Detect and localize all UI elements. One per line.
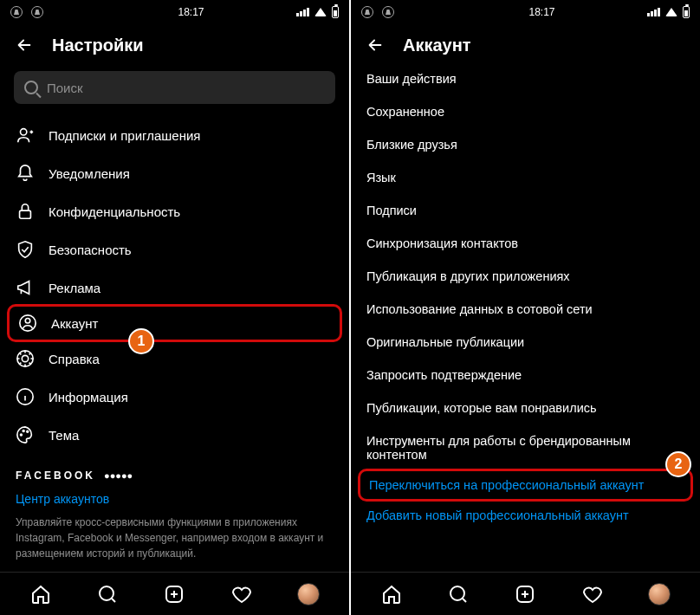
menu-item-security[interactable]: Безопасность xyxy=(0,230,349,269)
viber-icon xyxy=(10,6,23,18)
menu-item-help[interactable]: Справка xyxy=(0,340,349,378)
bottom-nav xyxy=(351,572,700,615)
back-button[interactable] xyxy=(365,35,386,55)
menu-item-your-activity[interactable]: Ваши действия xyxy=(351,62,700,95)
menu-item-cellular-data[interactable]: Использование данных в сотовой сети xyxy=(351,293,700,326)
menu-label: Подписки и приглашения xyxy=(49,128,200,143)
nav-search[interactable] xyxy=(96,583,119,605)
page-title: Настройки xyxy=(52,36,144,55)
info-icon xyxy=(16,387,35,406)
clock: 18:17 xyxy=(178,6,204,18)
menu-item-sharing-apps[interactable]: Публикация в других приложениях xyxy=(351,260,700,293)
settings-screen: 18:17 Настройки Поиск Подписки и приглаш… xyxy=(0,0,349,615)
nav-search[interactable] xyxy=(447,583,470,605)
menu-item-close-friends[interactable]: Близкие друзья xyxy=(351,128,700,161)
svg-rect-1 xyxy=(20,210,31,218)
menu-label: Конфиденциальность xyxy=(49,204,180,219)
menu-item-liked-posts[interactable]: Публикации, которые вам понравились xyxy=(351,392,700,424)
menu-label: Информация xyxy=(49,390,128,405)
nav-profile[interactable] xyxy=(648,583,671,605)
status-bar: 18:17 xyxy=(0,0,349,24)
header: Настройки xyxy=(0,24,349,62)
menu-item-account[interactable]: Аккаунт xyxy=(7,304,342,342)
menu-item-privacy[interactable]: Конфиденциальность xyxy=(0,192,349,230)
back-button[interactable] xyxy=(14,35,35,55)
settings-menu: Подписки и приглашения Уведомления Конфи… xyxy=(0,116,349,572)
menu-item-saved[interactable]: Сохраненное xyxy=(351,95,700,128)
facebook-section: FACEBOOK ●●●●● Центр аккаунтов Управляйт… xyxy=(0,454,349,561)
search-icon xyxy=(24,81,38,94)
facebook-brand: FACEBOOK ●●●●● xyxy=(16,469,334,482)
viber-icon xyxy=(31,6,43,18)
lock-icon xyxy=(16,202,35,221)
menu-item-captions[interactable]: Подписи xyxy=(351,194,700,227)
menu-item-switch-professional[interactable]: Переключиться на профессиональный аккаун… xyxy=(358,469,693,502)
person-plus-icon xyxy=(16,126,35,145)
header: Аккаунт xyxy=(351,24,700,62)
nav-activity[interactable] xyxy=(230,583,253,605)
menu-item-ads[interactable]: Реклама xyxy=(0,269,349,307)
svg-point-9 xyxy=(27,430,29,432)
svg-point-5 xyxy=(22,355,28,361)
nav-home[interactable] xyxy=(29,583,52,605)
nav-home[interactable] xyxy=(380,583,403,605)
avatar xyxy=(297,583,320,605)
nav-profile[interactable] xyxy=(297,583,320,605)
viber-icon xyxy=(382,6,394,18)
accounts-center-desc: Управляйте кросс-сервисными функциями в … xyxy=(16,515,334,561)
menu-label: Реклама xyxy=(49,281,100,295)
page-title: Аккаунт xyxy=(403,36,471,55)
svg-point-3 xyxy=(25,319,30,324)
menu-item-original-posts[interactable]: Оригинальные публикации xyxy=(351,326,700,359)
svg-point-10 xyxy=(100,586,113,600)
help-icon xyxy=(16,349,35,368)
shield-icon xyxy=(16,240,35,259)
search-input[interactable]: Поиск xyxy=(14,71,335,104)
fb-app-icons: ●●●●● xyxy=(104,470,133,481)
signal-icon xyxy=(647,8,660,16)
signal-icon xyxy=(296,8,309,16)
nav-create[interactable] xyxy=(163,583,185,605)
menu-item-follow-invite[interactable]: Подписки и приглашения xyxy=(0,116,349,154)
menu-label: Справка xyxy=(49,352,100,366)
account-menu: Ваши действия Сохраненное Близкие друзья… xyxy=(351,62,700,572)
nav-create[interactable] xyxy=(514,583,536,605)
menu-item-branded-content[interactable]: Инструменты для работы с брендированным … xyxy=(351,424,700,471)
svg-point-0 xyxy=(21,129,27,135)
menu-item-info[interactable]: Информация xyxy=(0,378,349,416)
menu-item-request-verification[interactable]: Запросить подтверждение xyxy=(351,359,700,392)
status-bar: 18:17 xyxy=(351,0,700,24)
bell-icon xyxy=(16,164,35,183)
menu-label: Безопасность xyxy=(49,243,132,257)
menu-label: Тема xyxy=(49,428,79,443)
viber-icon xyxy=(361,6,373,18)
palette-icon xyxy=(16,425,35,444)
avatar xyxy=(648,583,671,605)
svg-point-12 xyxy=(450,586,464,600)
accounts-center-link[interactable]: Центр аккаунтов xyxy=(16,492,334,506)
search-placeholder: Поиск xyxy=(47,81,83,95)
menu-item-contacts-sync[interactable]: Синхронизация контактов xyxy=(351,227,700,260)
bottom-nav xyxy=(0,572,349,615)
wifi-icon xyxy=(314,8,327,16)
megaphone-icon xyxy=(16,278,35,297)
svg-point-8 xyxy=(23,430,24,432)
step-badge-1: 1 xyxy=(128,328,154,354)
step-badge-2: 2 xyxy=(665,451,691,477)
clock: 18:17 xyxy=(528,6,554,18)
menu-item-notifications[interactable]: Уведомления xyxy=(0,154,349,192)
account-icon xyxy=(18,314,37,333)
battery-icon xyxy=(683,6,690,18)
svg-point-7 xyxy=(21,434,23,436)
menu-item-add-professional[interactable]: Добавить новый профессиональный аккаунт xyxy=(351,499,700,532)
menu-item-language[interactable]: Язык xyxy=(351,161,700,194)
battery-icon xyxy=(332,6,339,18)
account-screen: 18:17 Аккаунт Ваши действия Сохраненное … xyxy=(351,0,700,615)
menu-label: Аккаунт xyxy=(51,316,98,331)
nav-activity[interactable] xyxy=(581,583,604,605)
menu-label: Уведомления xyxy=(49,166,130,181)
menu-item-theme[interactable]: Тема xyxy=(0,416,349,454)
wifi-icon xyxy=(665,8,677,16)
